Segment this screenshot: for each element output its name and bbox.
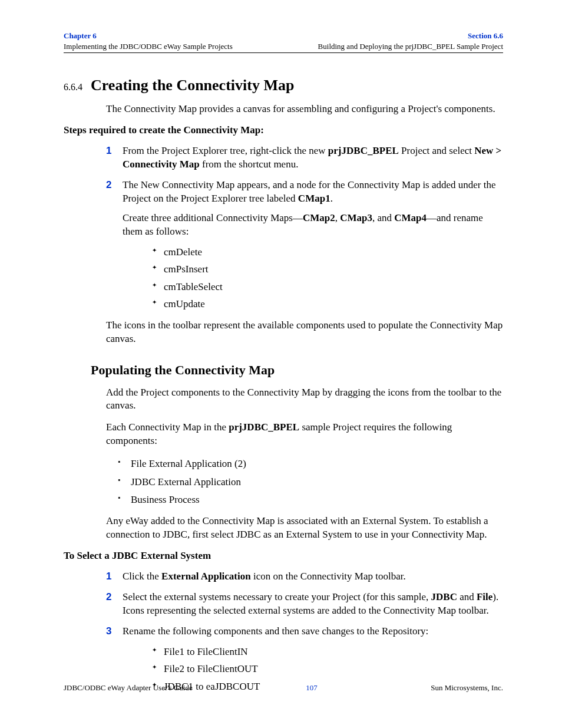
section-number: 6.6.4: [64, 82, 91, 93]
populate-p2: Each Connectivity Map in the prjJDBC_BPE…: [106, 421, 503, 448]
select-step-1: Click the External Application icon on t…: [106, 570, 503, 584]
chapter-label: Chapter 6: [64, 31, 233, 41]
list-item: cmPsInsert: [152, 262, 503, 277]
page-header: Chapter 6 Implementing the JDBC/ODBC eWa…: [64, 31, 503, 53]
select-heading: To Select a JDBC External System: [64, 550, 503, 562]
list-item: cmTableSelect: [152, 279, 503, 295]
section-label: Section 6.6: [318, 31, 503, 41]
list-item: Business Process: [118, 492, 503, 508]
list-item: File External Application (2): [118, 456, 503, 472]
section-title: 6.6.4Creating the Connectivity Map: [64, 77, 503, 94]
rename-list: cmDelete cmPsInsert cmTableSelect cmUpda…: [152, 245, 503, 312]
subsection-title: Populating the Connectivity Map: [91, 363, 503, 378]
select-step-2: Select the external systems necessary to…: [106, 591, 503, 618]
components-list: File External Application (2) JDBC Exter…: [118, 456, 503, 508]
page-number: 107: [306, 683, 318, 693]
page-footer: JDBC/ODBC eWay Adapter User's Guide 107 …: [64, 683, 503, 693]
steps-heading: Steps required to create the Connectivit…: [64, 124, 503, 136]
list-item: File2 to FileClientOUT: [152, 661, 503, 677]
footer-left: JDBC/ODBC eWay Adapter User's Guide: [64, 683, 193, 693]
list-item: cmDelete: [152, 245, 503, 260]
step-1: From the Project Explorer tree, right-cl…: [106, 144, 503, 172]
footer-right: Sun Microsystems, Inc.: [431, 683, 503, 693]
list-item: File1 to FileClientIN: [152, 644, 503, 660]
after-list-paragraph: The icons in the toolbar represent the a…: [106, 319, 503, 346]
section-title-text: Creating the Connectivity Map: [91, 77, 294, 94]
step-2: The New Connectivity Map appears, and a …: [106, 179, 503, 312]
select-steps: Click the External Application icon on t…: [106, 570, 503, 694]
populate-p3: Any eWay added to the Connectivity Map i…: [106, 515, 503, 542]
steps-list: From the Project Explorer tree, right-cl…: [106, 144, 503, 312]
list-item: cmUpdate: [152, 297, 503, 312]
section-subtitle: Building and Deploying the prjJDBC_BPEL …: [318, 41, 503, 52]
list-item: JDBC External Application: [118, 475, 503, 490]
chapter-subtitle: Implementing the JDBC/ODBC eWay Sample P…: [64, 41, 233, 52]
intro-paragraph: The Connectivity Map provides a canvas f…: [106, 103, 503, 116]
populate-p1: Add the Project components to the Connec…: [106, 386, 503, 413]
